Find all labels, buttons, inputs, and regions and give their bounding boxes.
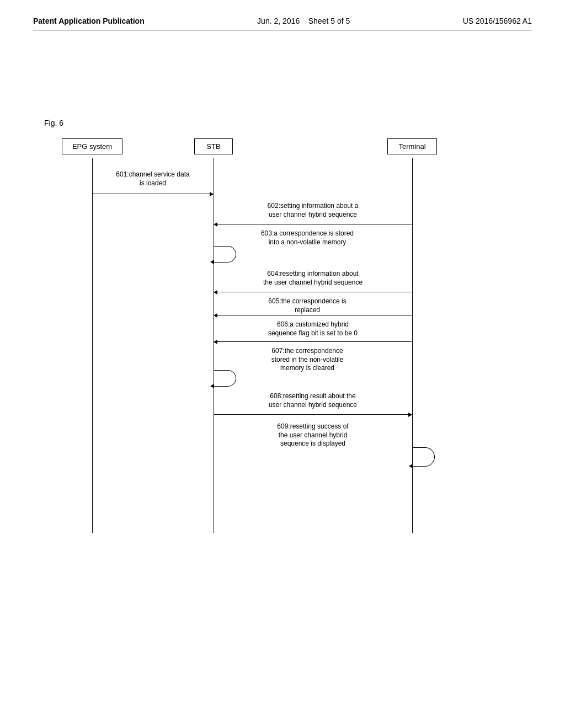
label-605: 605:the correspondence is replaced	[216, 297, 398, 314]
label-608: 608:resetting result about the user chan…	[216, 392, 409, 409]
loop-tip-607	[210, 384, 214, 388]
label-609: 609:resetting success of the user channe…	[216, 422, 409, 448]
loop-607	[214, 370, 236, 387]
lifeline-terminal	[412, 158, 413, 533]
entity-stb: STB	[194, 138, 233, 154]
label-602: 602:setting information about a user cha…	[216, 202, 409, 219]
loop-603	[214, 246, 236, 263]
entity-epg: EPG system	[62, 138, 122, 154]
arrow-604	[214, 292, 412, 292]
label-601: 601:channel service data is loaded	[95, 170, 211, 188]
label-604: 604:resetting information about the user…	[216, 270, 409, 287]
date-label: Jun. 2, 2016	[257, 17, 300, 25]
sheet-label: Sheet 5 of 5	[308, 17, 350, 25]
loop-tip-609	[409, 464, 413, 468]
header-center: Jun. 2, 2016 Sheet 5 of 5	[257, 17, 350, 25]
header: Patent Application Publication Jun. 2, 2…	[33, 17, 532, 30]
lifeline-epg	[92, 158, 93, 533]
fig-label: Fig. 6	[44, 119, 532, 127]
label-607: 607:the correspondence stored in the non…	[216, 347, 398, 373]
patent-application-label: Patent Application Publication	[33, 17, 145, 25]
label-606: 606:a customized hybrid sequence flag bi…	[216, 320, 409, 338]
arrow-605	[214, 315, 412, 315]
patent-number-label: US 2016/156962 A1	[463, 17, 532, 25]
loop-609	[413, 447, 435, 467]
arrow-608	[214, 414, 412, 415]
label-603: 603:a correspondence is stored into a no…	[216, 229, 398, 247]
entity-terminal: Terminal	[387, 138, 437, 154]
lifeline-stb	[214, 158, 214, 533]
header-left: Patent Application Publication	[33, 17, 145, 25]
arrow-601	[93, 194, 213, 194]
page: Patent Application Publication Jun. 2, 2…	[0, 0, 565, 728]
header-right: US 2016/156962 A1	[463, 17, 532, 25]
diagram-container: EPG system STB Terminal 601:channel serv…	[45, 138, 520, 552]
arrow-602	[214, 224, 412, 224]
arrow-606	[214, 341, 412, 342]
loop-tip-603	[210, 260, 214, 264]
